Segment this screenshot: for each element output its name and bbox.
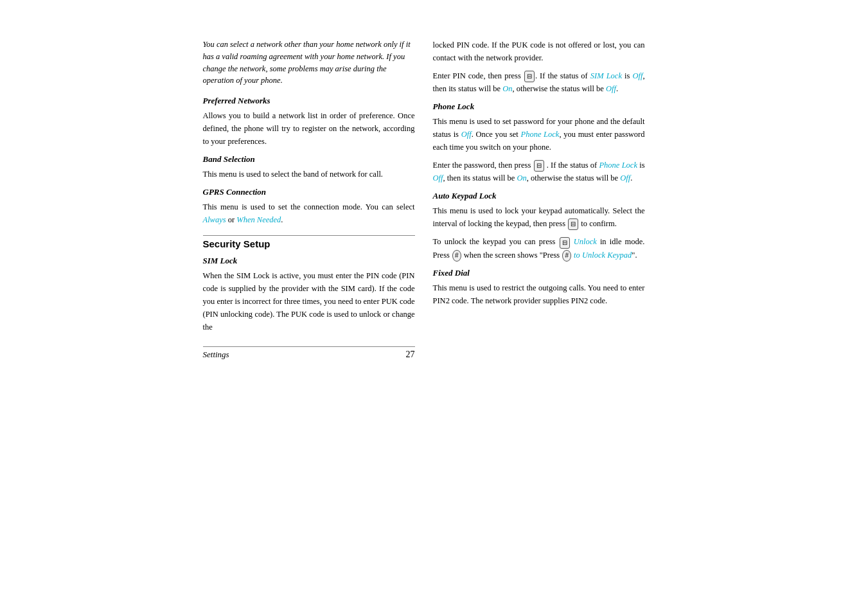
auto-keypad-lock-heading: Auto Keypad Lock [433, 191, 645, 201]
nbs-button-1: # [452, 250, 461, 262]
sim-lock-heading: SIM Lock [203, 256, 415, 266]
security-divider [203, 235, 415, 236]
sim-lock-off1: Off [632, 71, 642, 80]
menu-button-4: ⊟ [560, 237, 570, 249]
sim-lock-on: On [502, 84, 512, 93]
phone-lock-link2: Phone Lock [599, 161, 637, 170]
gprs-link-always: Always [203, 215, 226, 224]
phone-lock-mid4: , then its status will be [443, 173, 517, 182]
sim-lock-mid2: is [622, 71, 632, 80]
phone-lock-enter-text: Enter the password, then press [433, 161, 533, 170]
menu-button-2: ⊟ [534, 160, 544, 172]
gprs-body-mid: or [226, 215, 237, 224]
preferred-networks-body: Allows you to build a network list in or… [203, 109, 415, 148]
gprs-connection-body: This menu is used to set the connection … [203, 200, 415, 226]
sim-lock-mid: . If the status of [535, 71, 590, 80]
right-column: locked PIN code. If the PUK code is not … [433, 39, 645, 360]
phone-lock-body2: Enter the password, then press ⊟ . If th… [433, 159, 645, 184]
akl-text2: To unlock the keypad you can press [433, 237, 559, 246]
akl-unlock-keypad-link: to Unlock Keypad [572, 251, 632, 260]
phone-lock-link: Phone Lock [521, 130, 560, 139]
sim-lock-link: SIM Lock [590, 71, 622, 80]
italic-note: You can select a network other than your… [203, 39, 415, 87]
phone-lock-mid5: , otherwise the status will be [527, 173, 620, 182]
phone-lock-mid2: . If the status of [545, 161, 599, 170]
gprs-link-when-needed: When Needed [236, 215, 281, 224]
auto-keypad-lock-body2: To unlock the keypad you can press ⊟ Unl… [433, 235, 645, 261]
fixed-dial-body: This menu is used to restrict the outgoi… [433, 281, 645, 307]
security-setup-title: Security Setup [203, 238, 415, 249]
band-selection-body: This menu is used to select the band of … [203, 168, 415, 181]
phone-lock-off2: Off [433, 173, 443, 182]
phone-lock-heading: Phone Lock [433, 102, 645, 112]
phone-lock-off1: Off [461, 130, 472, 139]
page-container: You can select a network other than your… [0, 0, 868, 613]
band-selection-heading: Band Selection [203, 154, 415, 164]
sim-lock-enter-text: Enter PIN code, then press [433, 71, 524, 80]
preferred-networks-heading: Preferred Networks [203, 96, 415, 106]
menu-button-3: ⊟ [568, 218, 578, 230]
akl-mid2: when the screen shows "Press [462, 251, 562, 260]
phone-lock-mid3: is [637, 161, 645, 170]
gprs-body-text: This menu is used to set the connection … [203, 202, 415, 211]
phone-lock-mid1: . Once you set [472, 130, 521, 139]
akl-unlock-link: Unlock [571, 237, 597, 246]
nbs-button-2: # [562, 250, 571, 262]
phone-lock-off3: Off [620, 173, 630, 182]
sim-lock-end: . [616, 84, 618, 93]
phone-lock-body1: This menu is used to set password for yo… [433, 115, 645, 154]
sim-lock-continued-body1: locked PIN code. If the PUK code is not … [433, 39, 645, 64]
gprs-connection-heading: GPRS Connection [203, 187, 415, 197]
phone-lock-on: On [517, 173, 526, 182]
akl-end2: ". [632, 251, 637, 260]
gprs-body-end: . [281, 215, 283, 224]
akl-end1: to confirm. [579, 219, 617, 228]
phone-lock-end2: . [630, 173, 632, 182]
fixed-dial-heading: Fixed Dial [433, 268, 645, 278]
menu-button-1: ⊟ [524, 71, 535, 82]
page-footer: Settings 27 [203, 346, 415, 360]
sim-lock-off2: Off [606, 84, 616, 93]
sim-lock-mid4: , otherwise the status will be [512, 84, 605, 93]
footer-label: Settings [203, 350, 229, 360]
sim-lock-body: When the SIM Lock is active, you must en… [203, 269, 415, 333]
left-column: You can select a network other than your… [203, 39, 415, 360]
sim-lock-continued-body2: Enter PIN code, then press ⊟. If the sta… [433, 69, 645, 95]
footer-page-number: 27 [406, 350, 415, 360]
auto-keypad-lock-body1: This menu is used to lock your keypad au… [433, 204, 645, 230]
